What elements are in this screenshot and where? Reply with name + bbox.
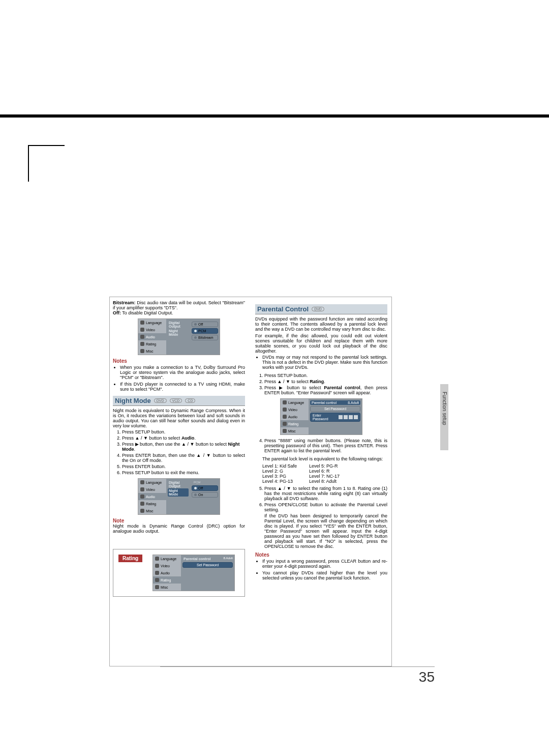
note-heading: Note [113,518,245,524]
audio-icon [140,335,144,339]
note-item: When you make a connection to a TV, Dolb… [120,365,245,380]
level: Level 6: R [309,469,340,474]
notes-list: When you make a connection to a TV, Dolb… [113,365,245,392]
step: Press ▶ button, then use the ▲ / ▼ butto… [122,442,245,452]
level: Level 2: G [262,469,297,474]
night-mode-heading: Night Mode DVD VCD CD [113,396,245,406]
level: Level 3: PG [262,474,297,479]
language-icon [140,321,144,325]
notes-heading: Notes [255,552,387,558]
pc-steps: Press SETUP button. Press ▲ / ▼ to selec… [255,373,387,395]
rating-tag: Rating [118,555,142,562]
pc-bullets: DVDs may or may not respond to the paren… [255,355,387,370]
osd-digital-output: Language Video Audio Rating Misc Digital… [138,318,220,355]
black-bar [0,114,549,118]
note-item: If this DVD player is connected to a TV … [120,382,245,392]
side-tab-label: Function setup [442,392,447,425]
level: Level 1: Kid Safe [262,463,297,469]
level: Level 5: PG-R [309,463,340,469]
step: Press ▲ / ▼ button to select Audio. [122,435,245,441]
night-steps: Press SETUP button. Press ▲ / ▼ button t… [113,429,245,475]
disc-pill: VCD [170,398,182,403]
step: Press SETUP button. [264,373,387,378]
night-para: Night mode is equivalent to Dynamic Rang… [113,408,245,428]
rating-box: Rating Language Video Audio Rating Misc … [113,549,245,597]
pc-para: For example, if the disc allowed, you co… [255,333,387,354]
parental-heading: Parental Control DVD [255,304,387,314]
step: Press SETUP button. [122,429,245,434]
right-column: Parental Control DVD DVDs equipped with … [255,300,387,597]
note-bottom: Night mode is Dynamic Range Control (DRC… [113,524,245,534]
level-columns: Level 1: Kid Safe Level 2: G Level 3: PG… [262,463,387,484]
step: Press ▲ / ▼ to select Rating. [264,379,387,384]
step: Press "8888" using number buttons. (Plea… [264,438,387,453]
rating-icon [140,342,144,346]
note-item: You cannot play DVDs rated higher than t… [262,570,387,580]
osd-night-mode: Language Video Audio Rating Misc Digital… [138,478,220,515]
crop-mark [28,145,65,182]
level: Level 7: NC-17 [309,474,340,479]
osd-rating: Language Video Audio Rating Misc Parenta… [152,555,235,591]
step: Press OPEN/CLOSE button to activate the … [264,502,387,549]
pc-para: DVDs equipped with the password function… [255,316,387,332]
footer-line [160,666,435,667]
lvl-intro: The parental lock level is equivalent to… [262,456,387,461]
bitstream-para: Bitstream: Bitstream: Disc audio raw dat… [113,300,245,310]
step: Press ▲ / ▼ to select the rating from 1 … [264,486,387,501]
page-number: 35 [419,669,435,685]
disc-pill: CD [185,398,195,403]
step: Press ▶ button to select Parental contro… [264,385,387,395]
pc-steps-cont2: Press ▲ / ▼ to select the rating from 1 … [255,486,387,549]
osd-password: Language Video Audio Rating Misc Parenta… [280,398,362,435]
pc-bullet: DVDs may or may not respond to the paren… [262,355,387,370]
disc-pill: DVD [154,398,167,403]
notes-heading: Notes [113,358,245,364]
video-icon [140,328,144,332]
level: Level 4: PG-13 [262,479,297,484]
step: Press ENTER button. [122,464,245,469]
pc-steps-cont: Press "8888" using number buttons. (Plea… [255,438,387,453]
note-item: If you input a wrong password, press CLE… [262,559,387,569]
step: Press ENTER button, then use the ▲ / ▼ b… [122,453,245,463]
step: Press SETUP button to exit the menu. [122,470,245,475]
left-column: Bitstream: Bitstream: Disc audio raw dat… [113,300,245,597]
disc-pill: DVD [312,307,324,311]
level: Level 8: Adult [309,479,340,484]
off-para: Off: To disable Digital Output. [113,310,245,315]
notes-list: If you input a wrong password, press CLE… [255,559,387,580]
misc-icon [140,349,144,353]
